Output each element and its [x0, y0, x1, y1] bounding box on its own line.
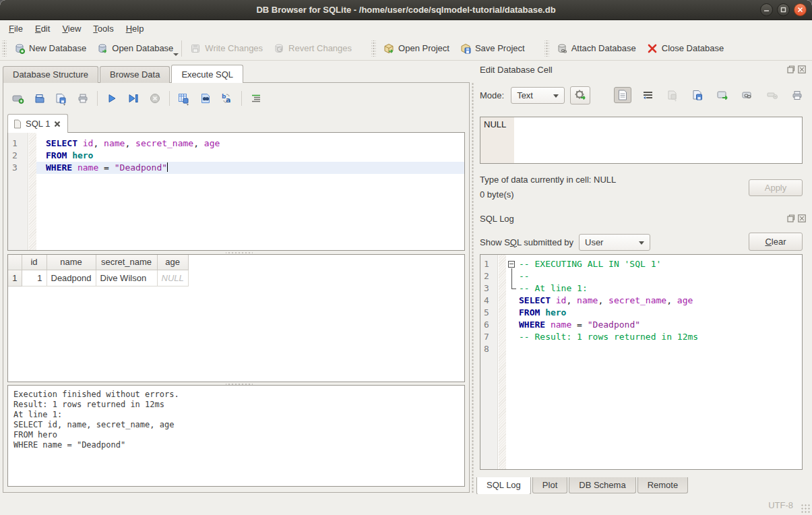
- attach-database-icon: [557, 43, 567, 54]
- menu-help[interactable]: Help: [120, 22, 150, 36]
- open-database-dropdown-icon[interactable]: [173, 53, 179, 56]
- auto-apply-button[interactable]: [570, 86, 590, 104]
- cell-editor[interactable]: NULL: [480, 117, 803, 164]
- float-dock-button[interactable]: [786, 214, 795, 222]
- column-header-age[interactable]: age: [157, 255, 188, 270]
- revert-changes-button[interactable]: Revert Changes: [268, 40, 357, 57]
- tab-database-structure[interactable]: Database Structure: [3, 66, 98, 83]
- toolbar-drag-handle[interactable]: [2, 40, 7, 57]
- execute-sql-panel: b a SQL 1: [3, 82, 470, 493]
- results-grid[interactable]: id name secret_name age 1 1 Deadpond Div…: [7, 254, 465, 382]
- minimize-button[interactable]: [760, 3, 773, 16]
- log-line: 2 --: [480, 270, 802, 282]
- tab-db-schema[interactable]: DB Schema: [569, 477, 635, 493]
- import-data-button[interactable]: [664, 87, 681, 103]
- sql-editor[interactable]: 1 SELECT id, name, secret_name, age 2 FR…: [7, 132, 465, 251]
- copy-link-button[interactable]: [739, 87, 756, 103]
- tab-remote[interactable]: Remote: [637, 477, 689, 493]
- close-button[interactable]: [794, 3, 807, 16]
- fold-collapse-icon[interactable]: [506, 258, 518, 270]
- cell-age[interactable]: NULL: [157, 270, 188, 286]
- column-header-secret-name[interactable]: secret_name: [96, 255, 157, 270]
- edit-cell-title: Edit Database Cell: [480, 65, 553, 75]
- menu-edit[interactable]: Edit: [29, 22, 56, 36]
- row-header[interactable]: 1: [8, 270, 22, 286]
- float-dock-icon: [787, 214, 795, 222]
- stop-button[interactable]: [146, 90, 164, 107]
- menu-bar: File Edit View Tools Help: [0, 20, 812, 36]
- set-null-button[interactable]: [763, 87, 781, 103]
- submitted-by-value: User: [585, 237, 603, 247]
- attach-database-button[interactable]: Attach Database: [551, 40, 642, 57]
- editor-line: 2 FROM hero: [8, 150, 464, 162]
- corner-header[interactable]: [8, 255, 22, 270]
- toolbar-drag-handle[interactable]: [544, 40, 549, 57]
- find-button[interactable]: [196, 90, 215, 107]
- chevron-down-icon: [553, 94, 559, 98]
- close-dock-icon: [798, 214, 806, 222]
- toolbar-drag-handle[interactable]: [371, 40, 376, 57]
- submitted-by-select[interactable]: User: [579, 234, 650, 251]
- cell-secret-name[interactable]: Dive Wilson: [96, 270, 157, 286]
- save-project-button[interactable]: Save Project: [455, 40, 530, 57]
- tab-browse-data[interactable]: Browse Data: [100, 66, 170, 83]
- print-sql-button[interactable]: [73, 90, 92, 107]
- log-line: 6 WHERE name = "Deadpond": [480, 319, 802, 331]
- import-data-icon: [667, 90, 678, 100]
- close-database-button[interactable]: Close Database: [642, 40, 730, 57]
- menu-tools[interactable]: Tools: [87, 22, 119, 36]
- open-database-button[interactable]: Open Database: [92, 40, 179, 57]
- resize-grip[interactable]: [801, 504, 810, 513]
- cell-id[interactable]: 1: [22, 270, 46, 286]
- print-cell-button[interactable]: [788, 87, 806, 103]
- cell-name[interactable]: Deadpond: [46, 270, 96, 286]
- float-dock-icon: [787, 65, 795, 73]
- open-external-button[interactable]: [714, 87, 731, 103]
- float-dock-button[interactable]: [786, 65, 795, 73]
- new-database-label: New Database: [29, 43, 86, 53]
- set-null-icon: [767, 91, 778, 99]
- dock-tab-bar: SQL Log Plot DB Schema Remote: [476, 477, 689, 495]
- log-line: 5 FROM hero: [480, 307, 802, 319]
- write-changes-button[interactable]: Write Changes: [185, 40, 268, 57]
- export-results-button[interactable]: [175, 90, 193, 107]
- close-dock-button[interactable]: [797, 65, 806, 73]
- mode-select[interactable]: Text: [511, 87, 565, 104]
- menu-view[interactable]: View: [56, 22, 87, 36]
- log-line: 7 -- Result: 1 rows returned in 12ms: [480, 331, 802, 343]
- log-line: 3 -- At line 1:: [480, 282, 802, 295]
- export-data-button[interactable]: [689, 87, 706, 103]
- execute-all-button[interactable]: [102, 90, 121, 107]
- column-header-name[interactable]: name: [46, 255, 96, 270]
- main-splitter[interactable]: [471, 82, 474, 493]
- open-project-icon: [383, 43, 394, 54]
- open-sql-file-button[interactable]: [30, 90, 49, 107]
- execute-line-button[interactable]: [124, 90, 143, 107]
- open-sql-tab-button[interactable]: [9, 90, 28, 107]
- close-tab-icon[interactable]: [54, 121, 61, 127]
- menu-file[interactable]: File: [3, 22, 29, 36]
- close-dock-icon: [798, 65, 806, 73]
- copy-link-icon: [742, 91, 753, 99]
- attach-database-label: Attach Database: [571, 43, 636, 53]
- column-header-id[interactable]: id: [22, 255, 46, 270]
- execution-message-box[interactable]: Execution finished without errors. Resul…: [7, 385, 465, 487]
- open-project-button[interactable]: Open Project: [378, 40, 455, 57]
- format-sql-button[interactable]: [247, 90, 266, 107]
- maximize-button[interactable]: [777, 3, 790, 16]
- title-bar[interactable]: DB Browser for SQLite - /home/user/code/…: [0, 0, 812, 20]
- tab-plot[interactable]: Plot: [532, 477, 567, 493]
- tab-sql-log[interactable]: SQL Log: [476, 477, 531, 495]
- word-wrap-button[interactable]: [639, 87, 656, 103]
- tab-execute-sql[interactable]: Execute SQL: [171, 65, 243, 83]
- sql-log-view[interactable]: 1 -- EXECUTING ALL IN 'SQL 1' 2 -- 3 -- …: [480, 254, 803, 470]
- apply-button[interactable]: Apply: [749, 179, 803, 196]
- save-sql-file-button[interactable]: [52, 90, 71, 107]
- close-dock-button[interactable]: [797, 214, 806, 222]
- find-replace-button[interactable]: b a: [218, 90, 237, 107]
- sql-file-tab[interactable]: SQL 1: [7, 114, 68, 133]
- text-mode-button[interactable]: [614, 87, 631, 103]
- clear-button[interactable]: Clear: [749, 233, 803, 251]
- dock-area: Edit Database Cell Mode: Text: [475, 61, 809, 494]
- new-database-button[interactable]: New Database: [9, 40, 92, 57]
